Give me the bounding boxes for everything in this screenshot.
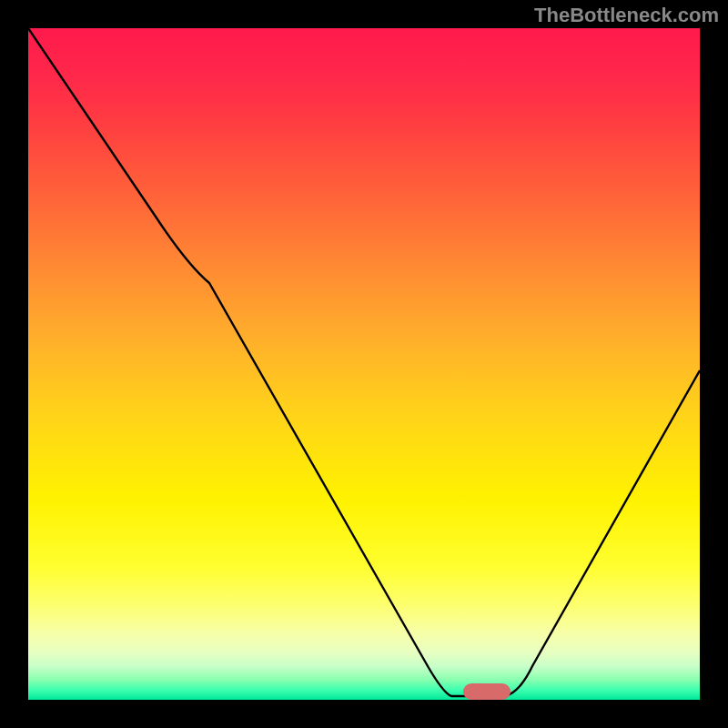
watermark-text: TheBottleneck.com — [534, 4, 719, 27]
optimal-range-marker — [463, 683, 511, 700]
bottleneck-curve — [28, 28, 700, 700]
chart-plot-area — [28, 28, 700, 700]
